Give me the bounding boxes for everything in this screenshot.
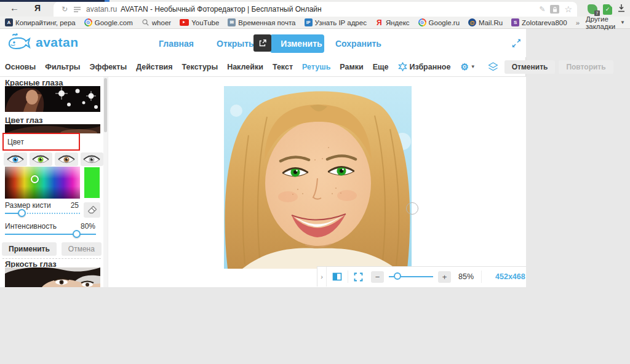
eye-swatch-blue[interactable]	[4, 152, 27, 166]
bookmark-google-com[interactable]: Google.com	[84, 18, 133, 26]
google-favicon	[418, 18, 426, 26]
bookmark-kopirajting[interactable]: A Копирайтинг, рера	[5, 18, 76, 26]
sidebar-scrollbar[interactable]	[103, 77, 108, 287]
eye-brightness-thumbnail[interactable]	[5, 267, 100, 287]
retouch-sidebar: Красные глаза Цвет глаз	[0, 77, 108, 287]
browser-tab-strip: ← Я ↻ avatan.ru AVATAN - Необычный Фотор…	[0, 0, 630, 17]
eye-swatch-row	[4, 152, 103, 166]
tab-tekst[interactable]: Текст	[273, 63, 293, 71]
open-external-button[interactable]	[253, 34, 271, 52]
tab-filtry[interactable]: Фильтры	[45, 63, 80, 71]
nav-edit-button[interactable]: Изменить	[270, 34, 324, 53]
statusbar-collapse-chevron[interactable]: ›	[317, 267, 327, 287]
bookmark-ip-check[interactable]: IP Узнать IP адрес	[305, 18, 367, 26]
refresh-icon[interactable]: ↻	[62, 5, 68, 14]
gear-icon: ⚙	[460, 61, 468, 73]
undo-button[interactable]: Отменить	[504, 60, 556, 74]
reader-mode-icon[interactable]	[74, 7, 81, 12]
editor-toolbar: Основы Фильтры Эффекты Действия Текстуры…	[0, 57, 526, 77]
eye-color-thumbnail[interactable]	[5, 124, 100, 133]
scrollbar-thumb[interactable]	[104, 78, 107, 132]
portrait-photo[interactable]	[224, 86, 412, 269]
bookmark-whoer[interactable]: whoer	[142, 18, 171, 26]
eye-swatch-brown[interactable]	[55, 152, 78, 166]
lock-icon[interactable]	[550, 5, 559, 14]
layers-button[interactable]	[488, 62, 498, 72]
zoom-slider[interactable]	[389, 272, 433, 281]
image-dimensions[interactable]: 452x468	[495, 272, 525, 281]
layers-icon	[488, 62, 498, 72]
page-title: AVATAN - Необычный Фоторедактор | Беспла…	[121, 5, 539, 14]
section-divider	[2, 258, 101, 259]
selected-color-bar[interactable]	[84, 167, 100, 198]
intensity-knob[interactable]	[73, 230, 81, 238]
apply-button[interactable]: Применить	[2, 242, 57, 256]
color-field-highlighted[interactable]: Цвет	[2, 133, 80, 151]
tab-retush[interactable]: Ретушь	[302, 63, 330, 71]
chevron-down-icon: ▼	[471, 64, 476, 69]
bookmark-yandex[interactable]: Я Яндекс	[375, 18, 410, 26]
bookmark-temp-mail[interactable]: ✉ Временная почта	[228, 18, 295, 26]
site-header: avatan Главная Открыть Изменить Сохранит…	[0, 29, 526, 57]
nav-home[interactable]: Главная	[159, 39, 194, 49]
tab-osnovy[interactable]: Основы	[5, 63, 36, 71]
tab-dejstviya[interactable]: Действия	[136, 63, 172, 71]
bookmark-mailru[interactable]: @ Mail.Ru	[468, 18, 503, 26]
extension-adblock-icon[interactable]: ✓	[603, 4, 612, 15]
editor-canvas[interactable]	[108, 77, 526, 287]
bookmarks-bar: A Копирайтинг, рера Google.com whoer You…	[0, 17, 630, 29]
favorites-button[interactable]: Избранное	[398, 62, 451, 71]
edit-url-icon[interactable]: ✎	[539, 5, 545, 14]
brush-size-slider[interactable]	[5, 209, 80, 218]
logo-text: avatan	[36, 35, 79, 50]
youtube-favicon	[180, 19, 189, 26]
tab-tekstury[interactable]: Текстуры	[182, 63, 218, 71]
cancel-button[interactable]: Отмена	[62, 242, 102, 256]
tab-eshche[interactable]: Еще	[373, 63, 389, 71]
other-bookmarks-button[interactable]: Другие закладки ▼	[586, 15, 625, 30]
browser-tab[interactable]: ↻ avatan.ru AVATAN - Необычный Фоторедак…	[54, 2, 577, 17]
bookmark-star-icon[interactable]: ☆	[564, 4, 572, 14]
compare-button[interactable]	[332, 272, 342, 282]
yandex-favicon: Я	[375, 18, 383, 26]
settings-button[interactable]: ⚙ ▼	[460, 61, 475, 73]
intensity-label: Интенсивность	[5, 222, 57, 231]
color-picker-map[interactable]	[5, 167, 80, 199]
zoom-slider-knob[interactable]	[394, 272, 401, 280]
tab-ramki[interactable]: Рамки	[340, 63, 363, 71]
brush-size-knob[interactable]	[18, 209, 26, 217]
eye-swatch-green[interactable]	[30, 152, 53, 166]
download-icon[interactable]	[618, 4, 625, 15]
external-link-icon	[258, 39, 266, 47]
red-eyes-thumbnail[interactable]	[5, 86, 100, 112]
nav-open[interactable]: Открыть	[217, 39, 254, 49]
eraser-button[interactable]	[84, 202, 100, 218]
avatan-logo[interactable]: avatan	[7, 33, 79, 52]
bookmark-google-ru[interactable]: Google.ru	[418, 18, 460, 26]
bookmark-zolotareva[interactable]: S Zolotareva800	[511, 18, 567, 26]
color-picker-cursor[interactable]	[31, 175, 39, 183]
redo-button[interactable]: Повторить	[559, 60, 613, 74]
bookmark-youtube[interactable]: YouTube	[180, 19, 219, 26]
mailru-favicon: @	[468, 18, 476, 26]
browser-back-button[interactable]: ←	[10, 2, 19, 13]
zoom-out-button[interactable]: −	[371, 271, 384, 283]
bookmarks-overflow-chevron[interactable]: »	[576, 19, 580, 26]
fullscreen-icon	[354, 272, 363, 282]
tab-naklejki[interactable]: Наклейки	[227, 63, 263, 71]
ip-favicon: IP	[305, 18, 313, 26]
nav-save[interactable]: Сохранить	[335, 39, 381, 49]
intensity-slider[interactable]	[5, 230, 96, 239]
eye-swatch-gray[interactable]	[81, 152, 104, 166]
extension-shield-icon[interactable]: 7	[588, 4, 597, 14]
fullscreen-expand-icon[interactable]	[512, 39, 521, 50]
yandex-browser-logo[interactable]: Я	[34, 3, 41, 13]
fullscreen-button[interactable]	[354, 272, 363, 282]
section-eye-color[interactable]: Цвет глаз	[5, 116, 43, 125]
address-url[interactable]: avatan.ru	[86, 5, 117, 14]
envelope-icon: ✉	[228, 18, 236, 26]
zoom-in-button[interactable]: +	[438, 271, 451, 283]
statusbar-divider	[481, 271, 482, 283]
canvas-statusbar: › − + 85% 452x468	[317, 266, 526, 287]
tab-effekty[interactable]: Эффекты	[90, 63, 127, 71]
